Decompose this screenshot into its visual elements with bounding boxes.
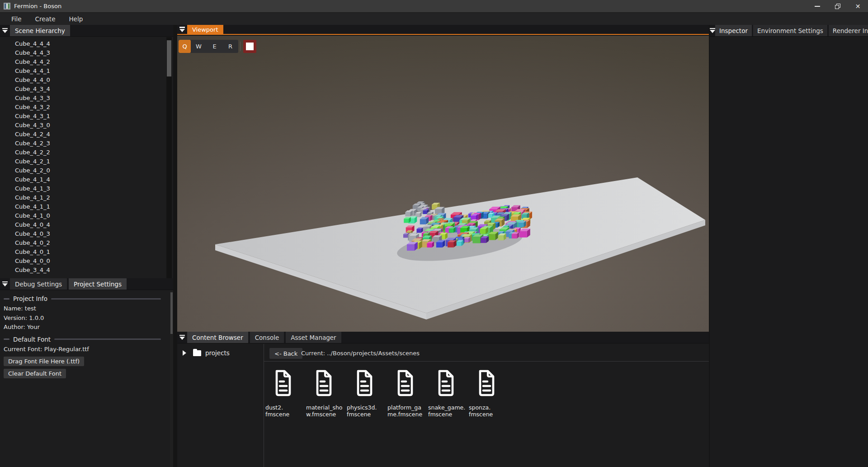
minimize-button[interactable]: [807, 0, 827, 12]
3d-scene: [177, 36, 709, 332]
scene-hierarchy-scrollbar[interactable]: [166, 37, 172, 278]
expand-arrow-icon[interactable]: [183, 350, 186, 356]
info-row: Author: Your: [0, 323, 170, 332]
tab-asset-manager[interactable]: Asset Manager: [286, 332, 341, 343]
scrollbar-thumb[interactable]: [167, 40, 171, 76]
hierarchy-item[interactable]: Cube_4_1_0: [0, 211, 166, 220]
tab-debug-settings[interactable]: Debug Settings: [10, 278, 67, 290]
scene-hierarchy-tabbar: Scene Hierarchy: [0, 25, 173, 37]
info-row: Name: test: [0, 304, 170, 314]
section-rule: [51, 298, 161, 300]
tab-renderer-info[interactable]: Renderer Info: [829, 25, 868, 36]
tab-environment-settings[interactable]: Environment Settings: [753, 25, 827, 36]
file-item[interactable]: physics3d.fmscene: [347, 369, 387, 418]
hierarchy-item[interactable]: Cube_4_3_4: [0, 85, 166, 94]
hierarchy-item[interactable]: Cube_4_2_2: [0, 148, 166, 157]
hierarchy-item[interactable]: Cube_4_0_0: [0, 257, 166, 266]
hierarchy-item[interactable]: Cube_4_0_4: [0, 220, 166, 229]
hierarchy-item[interactable]: Cube_4_1_1: [0, 202, 166, 211]
swatch-color: [246, 43, 254, 50]
menu-item-file[interactable]: File: [5, 13, 28, 25]
viewport-panel: Viewport QWER: [177, 25, 709, 332]
color-swatch[interactable]: [243, 40, 256, 53]
window-title: Fermion - Boson: [14, 3, 61, 10]
hierarchy-item[interactable]: Cube_4_2_0: [0, 166, 166, 175]
hierarchy-item[interactable]: Cube_4_1_3: [0, 184, 166, 193]
settings-panel: Debug SettingsProject Settings Project I…: [0, 278, 173, 467]
file-document-icon: [273, 369, 292, 397]
file-document-icon: [476, 369, 495, 397]
file-item[interactable]: dust2.fmscene: [265, 369, 306, 418]
hierarchy-item[interactable]: Cube_4_4_0: [0, 76, 166, 85]
hierarchy-item[interactable]: Cube_4_3_1: [0, 112, 166, 121]
menu-item-help[interactable]: Help: [62, 13, 90, 25]
hierarchy-item[interactable]: Cube_4_2_4: [0, 130, 166, 139]
menu-item-create[interactable]: Create: [28, 13, 62, 25]
hierarchy-item[interactable]: Cube_4_4_1: [0, 67, 166, 76]
hierarchy-item[interactable]: Cube_4_1_2: [0, 193, 166, 202]
back-button[interactable]: <- Back: [269, 348, 302, 359]
info-row: Current Font: Play-Regular.ttf: [0, 345, 170, 354]
settings-scrollbar[interactable]: [170, 291, 173, 467]
hierarchy-item[interactable]: Cube_4_2_3: [0, 139, 166, 148]
hierarchy-item[interactable]: Cube_4_4_3: [0, 48, 166, 57]
app-window: Fermion - Boson ✕ FileCreateHelp Scene H…: [0, 0, 868, 467]
file-document-icon: [395, 369, 414, 397]
file-document-icon: [354, 369, 373, 397]
clear-default-font-button[interactable]: Clear Default Font: [4, 369, 66, 378]
file-item[interactable]: sponza.fmscene: [469, 369, 509, 418]
tab-project-settings[interactable]: Project Settings: [69, 278, 127, 290]
file-item[interactable]: platform_game.fmscene: [387, 369, 428, 418]
tool-button-w[interactable]: W: [191, 40, 207, 53]
section-header[interactable]: Project Info: [0, 293, 170, 304]
file-grid: dust2.fmscenematerial_show.fmscenephysic…: [265, 369, 509, 418]
tree-item-projects[interactable]: projects: [177, 348, 264, 358]
collapse-panel-icon[interactable]: [0, 25, 10, 36]
file-name: material_show.fmscene: [306, 404, 347, 418]
maximize-button[interactable]: [827, 0, 848, 12]
tab-content-browser[interactable]: Content Browser: [187, 332, 248, 343]
hierarchy-item[interactable]: Cube_4_4_4: [0, 39, 166, 48]
drag-font-file-here-ttf--button[interactable]: Drag Font File Here (.ttf): [4, 357, 84, 366]
tool-button-e[interactable]: E: [207, 40, 222, 53]
hierarchy-item[interactable]: Cube_4_3_2: [0, 103, 166, 112]
hierarchy-item[interactable]: Cube_4_0_2: [0, 238, 166, 248]
window-controls: ✕: [807, 0, 868, 12]
tab-console[interactable]: Console: [250, 332, 284, 343]
hierarchy-item[interactable]: Cube_4_3_3: [0, 94, 166, 103]
collapse-panel-icon[interactable]: [177, 332, 187, 343]
section-header[interactable]: Default Font: [0, 334, 170, 345]
folder-icon: [193, 350, 201, 356]
collapse-panel-icon[interactable]: [177, 25, 187, 34]
viewport-3d-view[interactable]: QWER: [177, 36, 709, 332]
file-name: platform_game.fmscene: [387, 404, 428, 418]
tab-inspector[interactable]: Inspector: [715, 25, 752, 36]
hierarchy-item[interactable]: Cube_3_4_4: [0, 266, 166, 275]
hierarchy-item[interactable]: Cube_4_0_3: [0, 229, 166, 238]
toolbar-separator: [240, 42, 241, 51]
scrollbar-thumb[interactable]: [170, 292, 173, 334]
hierarchy-item[interactable]: Cube_4_0_1: [0, 248, 166, 257]
tab-viewport[interactable]: Viewport: [187, 25, 223, 34]
close-button[interactable]: ✕: [848, 0, 868, 12]
section-collapse-icon: [4, 338, 9, 340]
titlebar: Fermion - Boson ✕: [0, 0, 868, 12]
hierarchy-item[interactable]: Cube_4_3_0: [0, 121, 166, 130]
divider: [264, 361, 709, 362]
settings-tabbar: Debug SettingsProject Settings: [0, 278, 173, 290]
file-item[interactable]: material_show.fmscene: [306, 369, 347, 418]
hierarchy-item[interactable]: Cube_4_1_4: [0, 175, 166, 184]
hierarchy-item[interactable]: Cube_4_2_1: [0, 157, 166, 166]
collapse-panel-icon[interactable]: [710, 25, 715, 36]
viewport-tabbar: Viewport: [177, 25, 709, 35]
file-name: dust2.fmscene: [265, 404, 306, 418]
info-row: Version: 1.0.0: [0, 314, 170, 323]
tree-item-label: projects: [205, 349, 230, 357]
file-item[interactable]: snake_game.fmscene: [428, 369, 469, 418]
collapse-panel-icon[interactable]: [0, 278, 10, 290]
tool-button-r[interactable]: R: [222, 40, 238, 53]
tool-button-q[interactable]: Q: [179, 40, 191, 53]
hierarchy-item[interactable]: Cube_4_4_2: [0, 57, 166, 67]
tab-scene-hierarchy[interactable]: Scene Hierarchy: [10, 25, 70, 36]
content-browser-tabbar: Content BrowserConsoleAsset Manager: [177, 332, 709, 343]
